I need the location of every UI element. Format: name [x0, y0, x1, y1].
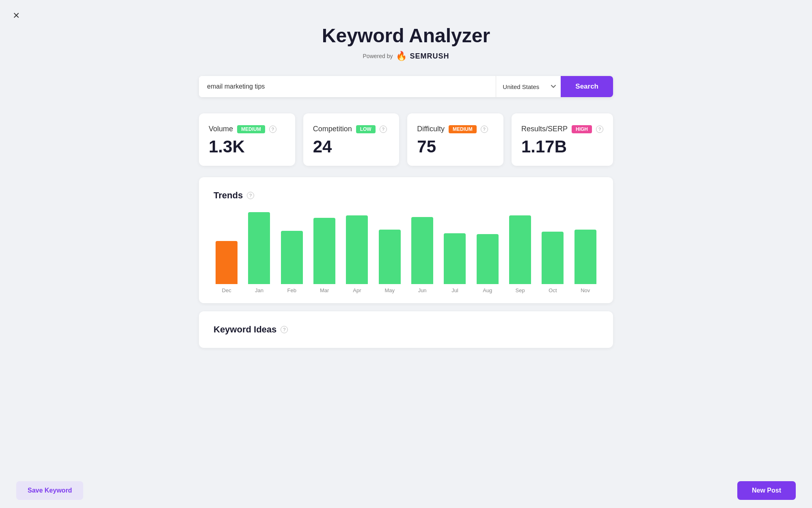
bar-label-nov: Nov [581, 287, 590, 293]
save-keyword-button[interactable]: Save Keyword [16, 481, 83, 500]
header: Keyword Analyzer Powered by 🔥 SEMRUSH [199, 24, 613, 61]
bar-label-dec: Dec [222, 287, 231, 293]
bar-nov [574, 230, 596, 284]
semrush-flame-icon: 🔥 [396, 51, 407, 61]
bar-wrapper-mar [311, 212, 337, 284]
bar-wrapper-may [377, 212, 403, 284]
bar-group-mar: Mar [311, 212, 337, 293]
powered-by: Powered by 🔥 SEMRUSH [199, 51, 613, 61]
keyword-ideas-header: Keyword Ideas ? [214, 324, 598, 335]
keyword-ideas-card: Keyword Ideas ? [199, 311, 613, 348]
bar-wrapper-dec [214, 212, 240, 284]
metric-value-volume: 1.3K [209, 137, 285, 156]
bar-label-jul: Jul [451, 287, 458, 293]
bar-wrapper-aug [475, 212, 501, 284]
bar-apr [346, 215, 368, 284]
bar-wrapper-sep [507, 212, 533, 284]
search-button[interactable]: Search [561, 76, 613, 97]
bar-label-jun: Jun [418, 287, 427, 293]
bar-label-sep: Sep [516, 287, 525, 293]
metric-value-results: 1.17B [521, 137, 603, 156]
trends-title: Trends [214, 190, 243, 201]
semrush-wordmark: SEMRUSH [410, 52, 449, 61]
country-select[interactable]: United States United Kingdom Canada Aust… [496, 76, 561, 97]
search-input[interactable] [199, 76, 496, 97]
bar-label-mar: Mar [320, 287, 329, 293]
bar-wrapper-jul [442, 212, 468, 284]
bar-mar [313, 218, 335, 284]
metric-card-volume: Volume MEDIUM ? 1.3K [199, 113, 295, 166]
metric-card-results: Results/SERP HIGH ? 1.17B [512, 113, 613, 166]
keyword-ideas-title: Keyword Ideas [214, 324, 276, 335]
bar-jan [248, 212, 270, 284]
bar-label-may: May [385, 287, 395, 293]
bar-wrapper-jun [409, 212, 435, 284]
bar-sep [509, 215, 531, 284]
trends-header: Trends ? [214, 190, 598, 201]
search-bar: United States United Kingdom Canada Aust… [199, 76, 613, 97]
metric-header-volume: Volume MEDIUM ? [209, 125, 285, 133]
metric-label-volume: Volume [209, 125, 233, 133]
question-icon-keyword-ideas[interactable]: ? [281, 326, 288, 333]
bar-may [379, 230, 401, 284]
bar-aug [477, 234, 499, 284]
metric-value-competition: 24 [313, 137, 390, 156]
bar-group-sep: Sep [507, 212, 533, 293]
trends-chart: DecJanFebMarAprMayJunJulAugSepOctNov [214, 212, 598, 293]
bar-wrapper-oct [540, 212, 566, 284]
badge-volume: MEDIUM [237, 125, 265, 133]
metric-header-difficulty: Difficulty MEDIUM ? [417, 125, 494, 133]
bar-label-apr: Apr [353, 287, 361, 293]
bar-label-oct: Oct [549, 287, 557, 293]
bar-jun [411, 217, 433, 284]
bar-label-jan: Jan [255, 287, 263, 293]
bar-group-may: May [377, 212, 403, 293]
bar-oct [542, 232, 564, 284]
bar-label-aug: Aug [483, 287, 492, 293]
bar-group-feb: Feb [279, 212, 305, 293]
bar-wrapper-apr [344, 212, 370, 284]
metric-label-competition: Competition [313, 125, 352, 133]
badge-competition: LOW [356, 125, 376, 133]
metric-header-results: Results/SERP HIGH ? [521, 125, 603, 133]
bar-wrapper-feb [279, 212, 305, 284]
bar-group-nov: Nov [572, 212, 598, 293]
badge-results: HIGH [572, 125, 592, 133]
bar-label-feb: Feb [287, 287, 296, 293]
bar-group-aug: Aug [475, 212, 501, 293]
question-icon-difficulty[interactable]: ? [481, 126, 488, 133]
bar-group-oct: Oct [540, 212, 566, 293]
metrics-grid: Volume MEDIUM ? 1.3K Competition LOW ? 2… [199, 113, 613, 166]
metric-label-difficulty: Difficulty [417, 125, 445, 133]
bar-feb [281, 231, 303, 284]
metric-card-competition: Competition LOW ? 24 [303, 113, 400, 166]
bar-group-jul: Jul [442, 212, 468, 293]
new-post-button[interactable]: New Post [737, 481, 796, 500]
question-icon-results[interactable]: ? [596, 126, 603, 133]
metric-card-difficulty: Difficulty MEDIUM ? 75 [407, 113, 503, 166]
metric-header-competition: Competition LOW ? [313, 125, 390, 133]
powered-by-label: Powered by [363, 53, 393, 59]
bottom-bar: Save Keyword New Post [0, 473, 812, 508]
bar-group-apr: Apr [344, 212, 370, 293]
question-icon-volume[interactable]: ? [269, 126, 276, 133]
main-container: Keyword Analyzer Powered by 🔥 SEMRUSH Un… [183, 0, 629, 397]
bar-wrapper-jan [246, 212, 272, 284]
close-button[interactable]: × [13, 10, 19, 21]
semrush-logo: 🔥 SEMRUSH [396, 51, 449, 61]
metric-label-results: Results/SERP [521, 125, 568, 133]
bar-wrapper-nov [572, 212, 598, 284]
page-title: Keyword Analyzer [199, 24, 613, 47]
bar-jul [444, 233, 466, 284]
badge-difficulty: MEDIUM [449, 125, 477, 133]
bar-group-dec: Dec [214, 212, 240, 293]
bar-dec [216, 241, 238, 284]
bar-group-jan: Jan [246, 212, 272, 293]
trends-card: Trends ? DecJanFebMarAprMayJunJulAugSepO… [199, 177, 613, 303]
question-icon-competition[interactable]: ? [380, 126, 387, 133]
metric-value-difficulty: 75 [417, 137, 494, 156]
question-icon-trends[interactable]: ? [247, 192, 254, 199]
bar-group-jun: Jun [409, 212, 435, 293]
